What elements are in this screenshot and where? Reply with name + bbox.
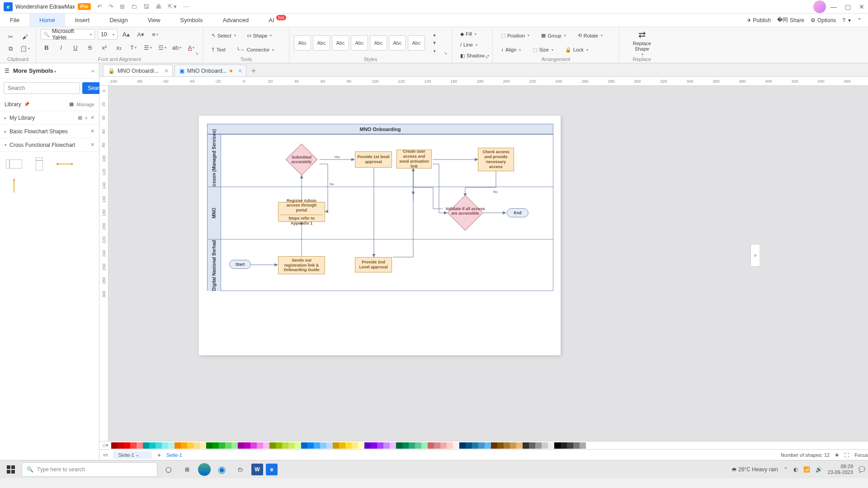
- color-swatch[interactable]: [295, 442, 301, 449]
- color-swatch[interactable]: [200, 442, 206, 449]
- share-button[interactable]: �同 Share: [777, 16, 804, 24]
- tray-chevron-icon[interactable]: ⌃: [783, 466, 788, 473]
- tab-close-icon[interactable]: ✕: [238, 68, 242, 74]
- taskbar-explorer-icon[interactable]: 🗀: [232, 462, 249, 477]
- add-page-button[interactable]: +: [157, 451, 161, 459]
- color-swatch[interactable]: [111, 442, 118, 449]
- color-swatch[interactable]: [244, 442, 250, 449]
- start-button[interactable]: [3, 462, 19, 477]
- doc-tab-2[interactable]: ▣ MNO Onboard... ✕: [175, 65, 246, 76]
- format-painter-icon[interactable]: 🖌: [19, 32, 31, 42]
- style-preset-6[interactable]: Abc: [389, 35, 406, 51]
- color-swatch[interactable]: [212, 442, 219, 449]
- decrease-font-icon[interactable]: A▾: [135, 29, 146, 39]
- align-dropdown[interactable]: ⫞ Align▾: [497, 45, 524, 55]
- symbols-search-input[interactable]: [4, 82, 80, 94]
- styles-dialog-launcher[interactable]: ↘: [443, 51, 447, 56]
- color-swatch[interactable]: [516, 442, 523, 449]
- color-swatch[interactable]: [193, 442, 200, 449]
- color-swatch[interactable]: [358, 442, 364, 449]
- style-preset-7[interactable]: Abc: [408, 35, 425, 51]
- color-swatch[interactable]: [250, 442, 257, 449]
- style-scroll-up-icon[interactable]: ▲: [429, 32, 440, 38]
- add-tab-button[interactable]: +: [248, 66, 259, 76]
- color-swatch[interactable]: [137, 442, 143, 449]
- color-swatch[interactable]: [377, 442, 383, 449]
- font-name-select[interactable]: Microsoft YaHei▾: [41, 29, 95, 40]
- color-swatch[interactable]: [124, 442, 130, 449]
- lock-dropdown[interactable]: 🔒 Lock▾: [561, 45, 592, 55]
- lane-mno[interactable]: MNO: [208, 187, 221, 239]
- color-swatch[interactable]: [478, 442, 485, 449]
- color-swatch[interactable]: [238, 442, 244, 449]
- color-swatch[interactable]: [118, 442, 124, 449]
- layers-icon[interactable]: ◈: [835, 452, 839, 458]
- cut-icon[interactable]: ✂: [5, 32, 16, 42]
- color-swatch[interactable]: [434, 442, 440, 449]
- publish-button[interactable]: ✈ Publish: [747, 17, 771, 23]
- lib-add-icon[interactable]: +: [85, 115, 88, 121]
- color-swatch[interactable]: [491, 442, 497, 449]
- fill-dialog-launcher[interactable]: ↘: [484, 54, 488, 59]
- color-swatch[interactable]: [301, 442, 307, 449]
- lib-action-1[interactable]: ▦: [78, 115, 82, 121]
- cross-functional-row[interactable]: Cross Functional Flowchart: [9, 142, 75, 148]
- color-swatch[interactable]: [440, 442, 447, 449]
- more-icon[interactable]: ⋯: [183, 3, 189, 10]
- taskbar-word-icon[interactable]: W: [251, 464, 263, 475]
- export-icon[interactable]: ⇱▾: [168, 3, 177, 10]
- menu-advanced[interactable]: Advanced: [212, 14, 259, 27]
- color-swatch[interactable]: [257, 442, 263, 449]
- my-library-row[interactable]: My Library: [9, 115, 35, 121]
- increase-font-icon[interactable]: A▴: [120, 29, 132, 39]
- node-createuser[interactable]: Create user access and send activation l…: [396, 150, 432, 169]
- color-swatch[interactable]: [225, 442, 231, 449]
- shape-separator-h[interactable]: [55, 156, 74, 172]
- node-sends[interactable]: Sends out registration link & Onboarding…: [278, 256, 325, 274]
- menu-insert[interactable]: Insert: [65, 14, 100, 27]
- color-swatch[interactable]: [580, 442, 586, 449]
- color-swatch[interactable]: [339, 442, 345, 449]
- color-swatch[interactable]: [535, 442, 542, 449]
- color-swatch[interactable]: [548, 442, 554, 449]
- color-swatch[interactable]: [307, 442, 314, 449]
- manage-icon[interactable]: ▦: [69, 101, 74, 107]
- taskbar-edrawmax-icon[interactable]: e: [266, 464, 278, 475]
- tray-cloud-icon[interactable]: ◐: [793, 466, 798, 473]
- color-swatch[interactable]: [175, 442, 181, 449]
- color-swatch[interactable]: [162, 442, 168, 449]
- subscript-icon[interactable]: x₂: [113, 42, 125, 52]
- style-gallery-icon[interactable]: ▾: [429, 48, 440, 54]
- node-register[interactable]: Register Admin access through portal Ste…: [278, 202, 325, 222]
- color-swatch[interactable]: [453, 442, 459, 449]
- color-swatch[interactable]: [320, 442, 326, 449]
- menu-ai[interactable]: AIhot: [259, 14, 296, 27]
- color-swatch[interactable]: [345, 442, 352, 449]
- color-swatch[interactable]: [156, 442, 162, 449]
- color-swatch[interactable]: [143, 442, 149, 449]
- undo-icon[interactable]: ↶: [97, 3, 102, 10]
- connector-tool[interactable]: └→ Connector▾: [233, 45, 278, 55]
- style-preset-5[interactable]: Abc: [370, 35, 387, 51]
- minimize-icon[interactable]: —: [830, 3, 837, 10]
- case-icon[interactable]: T▾: [127, 42, 139, 52]
- expand-panel-icon[interactable]: »: [750, 244, 760, 267]
- basic-flowchart-row[interactable]: Basic Flowchart Shapes: [9, 128, 68, 135]
- font-size-select[interactable]: 10▾: [98, 29, 118, 40]
- size-dropdown[interactable]: ⬚ Size▾: [529, 45, 557, 55]
- color-swatch[interactable]: [409, 442, 415, 449]
- color-swatch[interactable]: [187, 442, 193, 449]
- color-swatch[interactable]: [415, 442, 421, 449]
- menu-symbols[interactable]: Symbols: [170, 14, 213, 27]
- color-swatch[interactable]: [573, 442, 580, 449]
- select-tool[interactable]: ↖ Select▾: [208, 31, 240, 41]
- tray-wifi-icon[interactable]: 📶: [803, 466, 810, 473]
- basic-close-icon[interactable]: ✕: [90, 128, 94, 134]
- color-swatch[interactable]: [504, 442, 510, 449]
- node-provide1[interactable]: Provide 1st level approval: [355, 151, 392, 168]
- focus-label[interactable]: Focus: [854, 452, 868, 458]
- doc-tab-1[interactable]: 🔒 MNO Onboardi... ✕: [103, 65, 173, 76]
- save-icon[interactable]: 🖫: [143, 3, 149, 10]
- color-swatch[interactable]: [466, 442, 472, 449]
- underline-icon[interactable]: U: [70, 42, 81, 52]
